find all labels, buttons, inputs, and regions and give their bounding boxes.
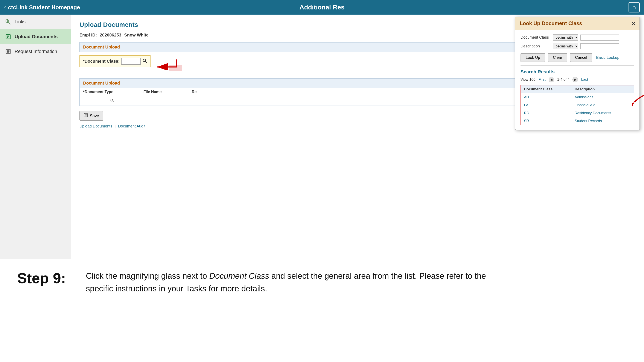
description-cell[interactable]: Admissions	[572, 93, 634, 101]
description-cell[interactable]: Student Records	[572, 117, 634, 125]
main-layout: Links Upload Documents	[0, 14, 644, 259]
back-button[interactable]: ‹ ctcLink Student Homepage	[4, 4, 80, 11]
sidebar-upload-label: Upload Documents	[14, 34, 58, 39]
save-label: Save	[90, 113, 99, 118]
description-col-header: Description	[572, 85, 634, 93]
page-header-title: Additional Res	[299, 4, 344, 11]
content-modal-wrapper: Upload Documents Empl ID: 202006253 Snow…	[71, 14, 644, 259]
description-cell[interactable]: Residency Documents	[572, 109, 634, 117]
last-link[interactable]: Last	[581, 77, 588, 82]
lookup-modal: Look Up Document Class × Document Class …	[515, 17, 640, 130]
back-label: ctcLink Student Homepage	[8, 4, 80, 11]
view-label: View 100	[520, 77, 536, 82]
next-page-button[interactable]: ▶	[572, 77, 578, 82]
doc-class-filter-label: Document Class	[520, 35, 550, 40]
doc-class-label: *Document Class:	[83, 59, 120, 64]
search-results-title: Search Results	[520, 69, 634, 75]
sidebar-item-links[interactable]: Links	[0, 14, 71, 29]
sidebar-item-upload-documents[interactable]: Upload Documents	[0, 29, 71, 44]
doc-type-col-header: *Document Type	[83, 90, 114, 94]
doc-class-row: *Document Class:	[80, 55, 150, 67]
doc-class-filter-row: Document Class begins with contains = no…	[520, 34, 634, 40]
svg-line-15	[112, 101, 114, 102]
upload-documents-link[interactable]: Upload Documents	[80, 124, 112, 128]
doc-class-cell[interactable]: AD	[521, 93, 572, 101]
table-row[interactable]: FAFinancial Aid	[521, 101, 634, 109]
instruction-text-part1: Click the magnifying glass next to	[86, 272, 209, 281]
instruction-section: Step 9: Click the magnifying glass next …	[0, 259, 644, 362]
prev-page-button[interactable]: ◀	[549, 77, 554, 82]
empl-id-value: 202006253	[100, 33, 121, 37]
svg-rect-18	[84, 115, 87, 117]
svg-point-1	[7, 20, 8, 22]
description-filter-row: Description begins with contains = not =	[520, 43, 634, 49]
request-info-icon	[5, 48, 12, 55]
table-row[interactable]: RDResidency Documents	[521, 109, 634, 117]
first-link[interactable]: First	[538, 77, 546, 82]
re-col-header: Re	[192, 90, 197, 94]
home-icon: ⌂	[632, 4, 636, 11]
sidebar-links-label: Links	[14, 19, 26, 25]
arrow-annotation	[153, 57, 178, 71]
basic-lookup-button[interactable]: Basic Lookup	[595, 53, 620, 62]
doc-type-search-icon[interactable]	[110, 98, 114, 103]
inner-table-columns: *Document Type File Name Re	[80, 88, 580, 96]
results-table-wrapper: Document Class Description ADAdmissionsF…	[520, 85, 634, 125]
svg-line-12	[146, 61, 147, 63]
page-range: 1-4 of 4	[557, 77, 570, 82]
home-button[interactable]: ⌂	[628, 2, 640, 12]
doc-class-input[interactable]	[121, 58, 141, 65]
svg-line-2	[8, 22, 10, 24]
document-audit-link[interactable]: Document Audit	[118, 124, 146, 128]
links-icon	[5, 18, 12, 25]
description-filter-input[interactable]	[580, 43, 619, 49]
description-cell[interactable]: Financial Aid	[572, 101, 634, 109]
inner-table-data-row	[80, 96, 580, 106]
instruction-text: Click the magnifying glass next to Docum…	[86, 270, 494, 295]
doc-class-operator-select[interactable]: begins with contains = not =	[553, 34, 578, 40]
doc-class-search-icon[interactable]	[142, 58, 147, 64]
table-row[interactable]: ADAdmissions	[521, 93, 634, 101]
description-filter-label: Description	[520, 44, 550, 48]
sidebar-request-label: Request Information	[14, 49, 57, 54]
doc-type-input[interactable]	[83, 98, 109, 104]
table-row[interactable]: SRStudent Records	[521, 117, 634, 125]
inner-table-header: Document Upload Pe	[80, 78, 580, 88]
modal-body: Document Class begins with contains = no…	[515, 30, 640, 130]
cancel-button[interactable]: Cancel	[570, 53, 592, 62]
modal-close-button[interactable]: ×	[632, 20, 635, 26]
back-arrow-icon: ‹	[4, 4, 6, 10]
doc-class-cell[interactable]: RD	[521, 109, 572, 117]
modal-button-row: Look Up Clear Cancel Basic Lookup	[520, 53, 634, 62]
results-arrow-annotation	[632, 91, 644, 109]
step-label: Step 9:	[17, 270, 73, 287]
empl-name: Snow White	[124, 33, 148, 37]
modal-header: Look Up Document Class ×	[515, 17, 640, 30]
svg-rect-17	[85, 113, 87, 115]
modal-title: Look Up Document Class	[520, 20, 582, 26]
doc-class-cell[interactable]: SR	[521, 117, 572, 125]
save-icon	[84, 113, 88, 118]
save-button[interactable]: Save	[80, 111, 103, 121]
doc-class-cell[interactable]: FA	[521, 101, 572, 109]
clear-button[interactable]: Clear	[548, 53, 567, 62]
doc-class-filter-input[interactable]	[580, 34, 619, 40]
file-name-col-header: File Name	[144, 90, 162, 94]
instruction-text-italic: Document Class	[209, 272, 269, 281]
doc-class-col-header: Document Class	[521, 85, 572, 93]
empl-id-label: Empl ID:	[80, 33, 97, 37]
upload-documents-icon	[5, 33, 12, 40]
results-table: Document Class Description ADAdmissionsF…	[520, 85, 634, 125]
description-operator-select[interactable]: begins with contains = not =	[553, 43, 578, 49]
sidebar: Links Upload Documents	[0, 14, 71, 259]
top-navigation: ‹ ctcLink Student Homepage Additional Re…	[0, 0, 644, 14]
look-up-button[interactable]: Look Up	[520, 53, 545, 62]
sidebar-item-request-information[interactable]: Request Information	[0, 44, 71, 59]
modal-container: Look Up Document Class × Document Class …	[515, 17, 640, 130]
inner-document-upload-table: Document Upload Pe *Document Type File N…	[80, 78, 580, 106]
results-navigation: View 100 First ◀ 1-4 of 4 ▶ Last	[520, 77, 634, 82]
